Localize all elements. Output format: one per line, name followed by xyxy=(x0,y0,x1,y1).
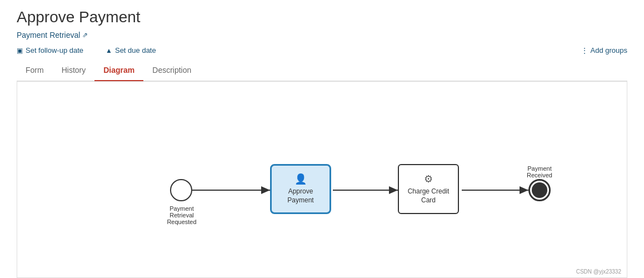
follow-up-date-link[interactable]: ▣ Set follow-up date xyxy=(17,46,83,54)
external-link-icon: ⇗ xyxy=(82,31,88,39)
approve-payment-label: Approve Payment xyxy=(287,187,313,205)
tab-history[interactable]: History xyxy=(53,60,95,81)
add-groups-link[interactable]: ⋮ Add groups xyxy=(581,46,628,54)
due-date-label: Set due date xyxy=(115,46,156,54)
payment-retrieval-link[interactable]: Payment Retrieval ⇗ xyxy=(17,31,88,39)
end-event xyxy=(528,179,551,201)
watermark: CSDN @yjx23332 xyxy=(576,269,621,275)
start-event xyxy=(170,179,192,201)
diagram-area: Payment Retrieval Requested 👤 Approve Pa… xyxy=(17,81,627,278)
charge-credit-card-label: Charge Credit Card xyxy=(408,187,450,205)
end-event-label: Payment Received xyxy=(523,165,556,178)
service-task-icon: ⚙ xyxy=(424,173,433,185)
actions-row: ▣ Set follow-up date ▲ Set due date ⋮ Ad… xyxy=(17,46,627,54)
approve-payment-task[interactable]: 👤 Approve Payment xyxy=(270,164,331,214)
calendar-icon: ▣ xyxy=(17,47,23,54)
bell-icon: ▲ xyxy=(106,47,112,54)
page-title: Approve Payment xyxy=(17,6,627,26)
charge-credit-card-task[interactable]: ⚙ Charge Credit Card xyxy=(398,164,459,214)
due-date-link[interactable]: ▲ Set due date xyxy=(106,46,156,54)
follow-up-label: Set follow-up date xyxy=(26,46,83,54)
tab-diagram[interactable]: Diagram xyxy=(94,60,143,81)
subtitle-text: Payment Retrieval xyxy=(17,31,80,39)
user-task-icon: 👤 xyxy=(294,173,307,185)
tab-description[interactable]: Description xyxy=(143,60,200,81)
tab-form[interactable]: Form xyxy=(17,60,53,81)
start-event-label: Payment Retrieval Requested xyxy=(159,205,204,225)
subtitle-row: Payment Retrieval ⇗ xyxy=(17,31,627,39)
add-groups-label: Add groups xyxy=(591,46,628,54)
page-container: Approve Payment Payment Retrieval ⇗ ▣ Se… xyxy=(0,0,644,278)
bpmn-canvas: Payment Retrieval Requested 👤 Approve Pa… xyxy=(17,82,627,277)
tabs-row: Form History Diagram Description xyxy=(17,60,627,81)
groups-icon: ⋮ xyxy=(581,47,588,54)
